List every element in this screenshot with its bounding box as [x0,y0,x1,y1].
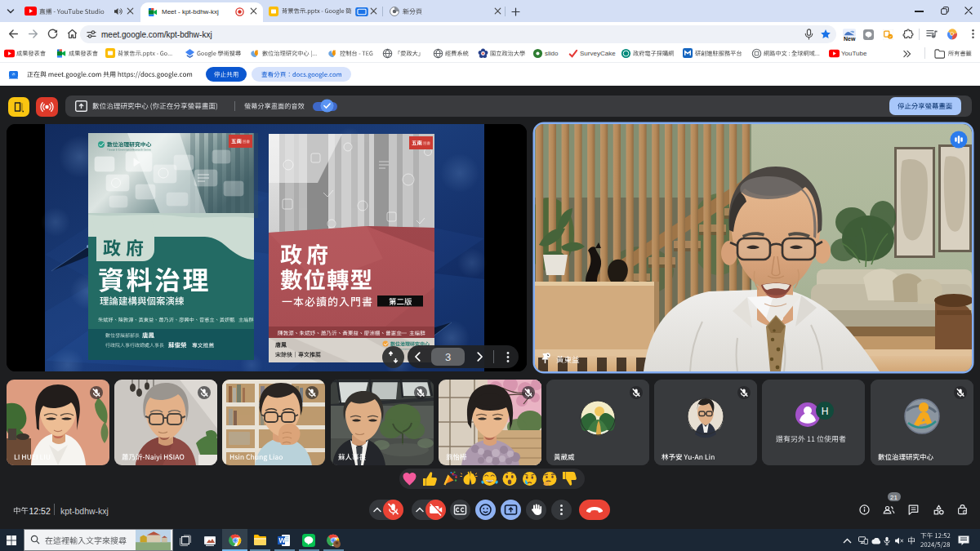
svg-text:3: 3 [445,351,451,363]
svg-text:H: H [822,406,829,417]
